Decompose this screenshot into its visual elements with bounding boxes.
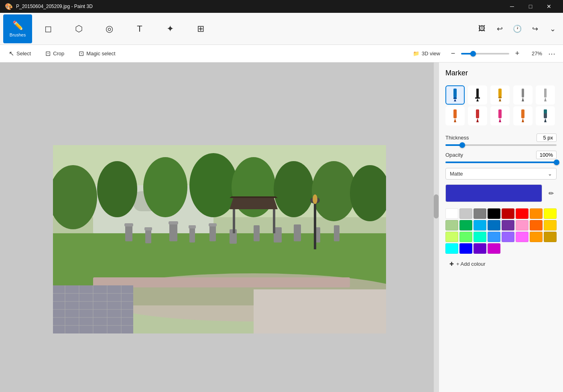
opacity-slider[interactable] [445, 162, 557, 163]
crop-button[interactable]: ⊡ Crop [41, 48, 68, 59]
svg-rect-51 [453, 89, 457, 97]
effects-button[interactable]: ✦ [156, 14, 185, 43]
zoom-minus-button[interactable]: − [447, 48, 459, 59]
titlebar-controls[interactable]: ─ □ ✕ [503, 0, 558, 13]
maximize-button[interactable]: □ [521, 0, 540, 13]
color-yellow[interactable] [544, 208, 557, 219]
color-brightgreen[interactable] [459, 232, 472, 242]
close-button[interactable]: ✕ [540, 0, 558, 13]
scrollbar-thumb[interactable] [434, 194, 439, 218]
svg-rect-35 [273, 209, 275, 233]
add-colour-label: + Add colour [456, 261, 486, 267]
brush-pen-orange[interactable] [513, 106, 533, 125]
redo-button[interactable]: ↪ [528, 22, 542, 36]
actionbar: ↖ Select ⊡ Crop ⊡ Magic select 📁 3D view… [0, 45, 563, 63]
text-button[interactable]: T [125, 14, 154, 43]
svg-point-10 [274, 161, 314, 217]
canvas-area[interactable] [0, 63, 439, 392]
svg-marker-53 [454, 99, 456, 101]
brush-pencil-gray[interactable] [536, 85, 555, 105]
color-violet[interactable] [502, 232, 514, 242]
color-blue[interactable] [488, 220, 500, 230]
color-teal[interactable] [474, 232, 486, 242]
svg-rect-54 [476, 89, 479, 97]
svg-marker-63 [544, 97, 547, 101]
color-palette [445, 208, 557, 254]
finish-dropdown[interactable]: Matte ⌄ [445, 168, 557, 180]
zoom-thumb [470, 51, 476, 57]
zoom-slider[interactable] [461, 53, 509, 55]
color-amber[interactable] [530, 232, 543, 242]
brush-oil[interactable] [490, 85, 510, 105]
eyedropper-button[interactable]: ✏ [545, 188, 557, 199]
brush-watercolor[interactable] [513, 85, 533, 105]
svg-rect-14 [125, 225, 132, 241]
svg-rect-29 [334, 225, 339, 241]
brush-pencil-orange[interactable] [445, 106, 465, 125]
selection-tool-button[interactable]: ◻ [34, 14, 63, 43]
add-colour-button[interactable]: ✚ + Add colour [445, 259, 557, 269]
color-orange2[interactable] [530, 220, 543, 230]
color-orange[interactable] [530, 208, 543, 219]
brush-pen-dark[interactable] [536, 106, 555, 125]
crop-label: Crop [53, 51, 64, 57]
color-lime[interactable] [445, 232, 458, 242]
thickness-row: Thickness 5 px [445, 133, 557, 142]
minimize-button[interactable]: ─ [503, 0, 521, 13]
color-indigo[interactable] [474, 243, 486, 254]
color-aqua[interactable] [445, 243, 458, 254]
color-green[interactable] [459, 220, 472, 230]
magic-select-button[interactable]: ⊡ Magic select [75, 48, 119, 59]
history-button[interactable]: 🕐 [510, 22, 524, 36]
brush-crayon[interactable] [468, 106, 487, 125]
brushes-tool-button[interactable]: ✏️ Brushes [3, 14, 32, 43]
color-skyblue[interactable] [488, 232, 500, 242]
svg-rect-60 [522, 89, 524, 97]
color-darkred[interactable] [502, 208, 514, 219]
current-color-swatch[interactable] [445, 184, 542, 202]
brush-marker[interactable] [445, 85, 465, 105]
magic-select-icon: ⊡ [79, 50, 84, 57]
svg-rect-15 [124, 223, 133, 226]
3d-shapes-button[interactable]: ⬡ [64, 14, 93, 43]
brush-calligraphy[interactable] [468, 85, 487, 105]
color-cyan[interactable] [474, 220, 486, 230]
undo-button[interactable]: ↩ [492, 22, 507, 36]
toolbar-more-button[interactable]: ⌄ [545, 22, 560, 36]
brush-pen-pink[interactable] [490, 106, 510, 125]
thickness-slider[interactable] [445, 144, 557, 146]
crop-resize-button[interactable]: ⊞ [186, 14, 215, 43]
svg-rect-64 [453, 109, 457, 118]
color-pink[interactable] [516, 220, 528, 230]
color-gold[interactable] [544, 220, 557, 230]
color-black[interactable] [488, 208, 500, 219]
select-button[interactable]: ↖ Select [5, 48, 35, 59]
color-darkyellow[interactable] [544, 232, 557, 242]
stickers-button[interactable]: ◎ [95, 14, 124, 43]
color-lightgreen[interactable] [445, 220, 458, 230]
color-gray[interactable] [474, 208, 486, 219]
vertical-scrollbar[interactable] [434, 63, 439, 392]
svg-rect-50 [254, 289, 386, 333]
svg-point-32 [313, 194, 317, 204]
canvas-button[interactable]: 🖼 [475, 22, 489, 36]
color-red[interactable] [516, 208, 528, 219]
color-row-header: ✏ [445, 184, 557, 202]
color-magenta[interactable] [516, 232, 528, 242]
color-white[interactable] [445, 208, 458, 219]
color-lightgray[interactable] [459, 208, 472, 219]
zoom-plus-button[interactable]: + [512, 48, 523, 59]
color-fuchsia[interactable] [488, 243, 500, 254]
svg-point-7 [143, 157, 187, 217]
zoom-control: − + [447, 48, 523, 59]
svg-rect-68 [498, 109, 502, 118]
color-purple[interactable] [502, 220, 514, 230]
select-label: Select [16, 51, 31, 57]
svg-marker-61 [522, 97, 524, 101]
opacity-label: Opacity [445, 152, 463, 158]
opacity-thumb [554, 160, 559, 165]
more-options-button[interactable]: ⋯ [545, 47, 558, 60]
svg-rect-58 [498, 97, 502, 98]
color-darkblue[interactable] [459, 243, 472, 254]
view3d-button[interactable]: 📁 3D view [409, 49, 444, 58]
